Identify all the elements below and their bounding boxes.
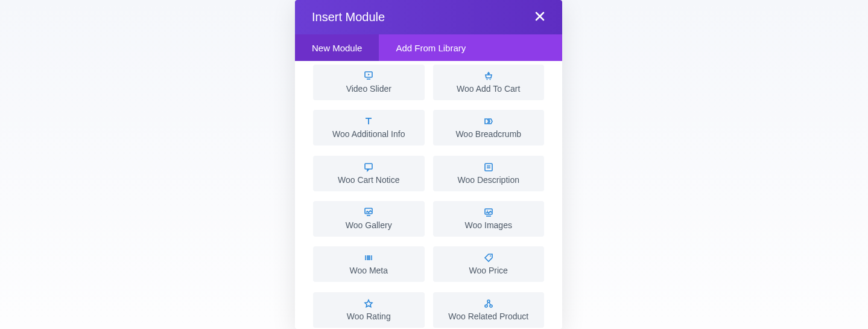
- module-label: Woo Rating: [347, 311, 391, 321]
- cart-icon: [484, 71, 493, 81]
- svg-point-25: [485, 305, 487, 307]
- insert-module-modal: Insert Module New Module Add From Librar…: [295, 0, 562, 329]
- svg-rect-10: [485, 164, 492, 171]
- description-icon: [484, 162, 493, 172]
- module-woo-price[interactable]: Woo Price: [433, 246, 545, 282]
- module-label: Woo Additional Info: [332, 129, 405, 139]
- svg-point-26: [490, 305, 492, 307]
- svg-point-4: [486, 79, 487, 80]
- modal-header: Insert Module: [295, 0, 562, 34]
- text-icon: [364, 117, 373, 126]
- images-icon: [484, 208, 493, 217]
- tabs: New Module Add From Library: [295, 34, 562, 61]
- svg-point-24: [487, 300, 490, 302]
- module-label: Woo Breadcrumb: [455, 129, 521, 139]
- module-label: Woo Gallery: [346, 220, 392, 230]
- module-woo-gallery[interactable]: Woo Gallery: [313, 201, 425, 237]
- modules-grid: Video Slider Woo Add To Cart: [295, 61, 562, 329]
- module-woo-related-product[interactable]: Woo Related Product: [433, 292, 545, 328]
- svg-point-23: [490, 255, 491, 257]
- module-label: Woo Add To Cart: [457, 84, 520, 94]
- module-woo-breadcrumb[interactable]: Woo Breadcrumb: [433, 110, 545, 145]
- comment-icon: [364, 162, 373, 172]
- module-label: Video Slider: [346, 84, 391, 94]
- svg-point-16: [487, 210, 488, 211]
- svg-rect-9: [365, 164, 372, 169]
- svg-line-27: [487, 302, 488, 305]
- module-woo-images[interactable]: Woo Images: [433, 201, 545, 237]
- svg-point-5: [489, 79, 490, 80]
- star-icon: [364, 299, 373, 308]
- module-woo-cart-notice[interactable]: Woo Cart Notice: [313, 156, 425, 191]
- module-woo-add-to-cart[interactable]: Woo Add To Cart: [433, 65, 545, 100]
- module-woo-additional-info[interactable]: Woo Additional Info: [313, 110, 425, 145]
- module-woo-meta[interactable]: Woo Meta: [313, 246, 425, 282]
- modal-title: Insert Module: [312, 10, 385, 24]
- module-woo-rating[interactable]: Woo Rating: [313, 292, 425, 328]
- gallery-icon: [364, 208, 373, 217]
- module-label: Woo Description: [458, 175, 519, 185]
- close-icon: [535, 11, 545, 24]
- video-slider-icon: [364, 71, 373, 81]
- breadcrumb-icon: [484, 117, 493, 126]
- related-icon: [484, 299, 493, 308]
- tag-icon: [484, 253, 493, 263]
- tab-new-module[interactable]: New Module: [295, 34, 379, 61]
- close-button[interactable]: [534, 12, 545, 23]
- svg-line-28: [489, 302, 490, 305]
- barcode-icon: [364, 253, 373, 263]
- tab-add-from-library[interactable]: Add From Library: [379, 34, 483, 61]
- module-woo-description[interactable]: Woo Description: [433, 156, 545, 191]
- module-label: Woo Related Product: [448, 311, 528, 321]
- module-label: Woo Price: [469, 266, 508, 275]
- module-label: Woo Images: [465, 220, 512, 230]
- module-video-slider[interactable]: Video Slider: [313, 65, 425, 100]
- module-label: Woo Meta: [349, 266, 388, 275]
- module-label: Woo Cart Notice: [338, 175, 399, 185]
